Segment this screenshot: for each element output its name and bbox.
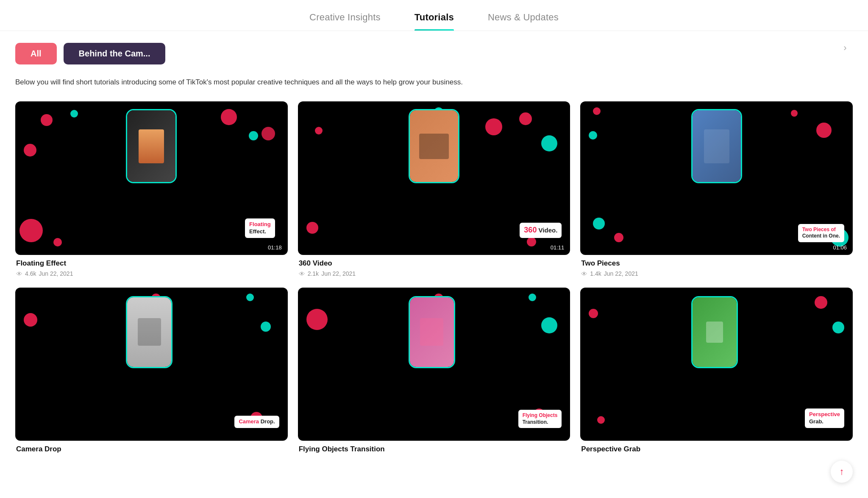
date-floating: Jun 22, 2021 bbox=[39, 270, 73, 277]
video-info-360-video: 360 Video 👁 2.1k Jun 22, 2021 bbox=[298, 255, 570, 277]
filter-behind-cam[interactable]: Behind the Cam... bbox=[64, 43, 166, 64]
video-thumbnail-perspective-grab: PerspectiveGrab. bbox=[580, 288, 853, 441]
tab-creative-insights[interactable]: Creative Insights bbox=[309, 12, 381, 31]
date-two-pieces: Jun 22, 2021 bbox=[604, 270, 638, 277]
duration-360-video: 01:11 bbox=[551, 244, 565, 251]
video-title-perspective-grab: Perspective Grab bbox=[581, 445, 852, 453]
views-floating: 4.6k bbox=[25, 270, 36, 277]
video-thumbnail-flying-objects: Flying ObjectsTransition. bbox=[298, 288, 570, 441]
views-two-pieces: 1.4k bbox=[590, 270, 601, 277]
video-info-two-pieces: Two Pieces 👁 1.4k Jun 22, 2021 bbox=[580, 255, 853, 277]
video-info-perspective-grab: Perspective Grab bbox=[580, 441, 853, 453]
duration-two-pieces: 01:06 bbox=[833, 244, 847, 251]
video-info-camera-drop: Camera Drop bbox=[15, 441, 288, 453]
date-360: Jun 22, 2021 bbox=[321, 270, 356, 277]
page-description: Below you will find short tutorials intr… bbox=[0, 64, 868, 93]
tab-news-updates[interactable]: News & Updates bbox=[488, 12, 559, 31]
scroll-top-button[interactable]: ↑ bbox=[831, 461, 853, 483]
scroll-top-icon: ↑ bbox=[840, 466, 844, 477]
video-grid: FloatingEffect. 01:18 Floating Effect 👁 … bbox=[0, 93, 868, 469]
duration-floating-effect: 01:18 bbox=[268, 244, 282, 251]
views-360: 2.1k bbox=[308, 270, 319, 277]
video-title-360-video: 360 Video bbox=[299, 259, 570, 268]
video-title-floating-effect: Floating Effect bbox=[16, 259, 287, 268]
video-meta-floating-effect: 👁 4.6k Jun 22, 2021 bbox=[16, 270, 287, 277]
video-title-two-pieces: Two Pieces bbox=[581, 259, 852, 268]
video-card-camera-drop[interactable]: Camera Drop. Camera Drop bbox=[15, 288, 288, 456]
filter-all[interactable]: All bbox=[15, 43, 57, 64]
filter-row: All Behind the Cam... › bbox=[0, 31, 868, 64]
video-card-flying-objects[interactable]: Flying ObjectsTransition. Flying Objects… bbox=[298, 288, 570, 456]
video-title-camera-drop: Camera Drop bbox=[16, 445, 287, 453]
video-thumbnail-floating-effect: FloatingEffect. 01:18 bbox=[15, 101, 288, 255]
video-card-360-video[interactable]: 360 Video. 01:11 360 Video 👁 2.1k Jun 22… bbox=[298, 101, 570, 277]
video-thumbnail-360-video: 360 Video. 01:11 bbox=[298, 101, 570, 255]
video-card-two-pieces[interactable]: Two Pieces ofContent in One. 01:06 Two P… bbox=[580, 101, 853, 277]
video-title-flying-objects: Flying Objects Transition bbox=[299, 445, 570, 453]
views-icon-floating: 👁 bbox=[16, 270, 22, 277]
views-icon-two-pieces: 👁 bbox=[581, 270, 587, 277]
video-info-floating-effect: Floating Effect 👁 4.6k Jun 22, 2021 bbox=[15, 255, 288, 277]
tab-tutorials[interactable]: Tutorials bbox=[415, 12, 454, 31]
video-info-flying-objects: Flying Objects Transition bbox=[298, 441, 570, 453]
video-card-perspective-grab[interactable]: PerspectiveGrab. Perspective Grab bbox=[580, 288, 853, 456]
video-thumbnail-camera-drop: Camera Drop. bbox=[15, 288, 288, 441]
video-meta-360-video: 👁 2.1k Jun 22, 2021 bbox=[299, 270, 570, 277]
nav-tabs: Creative Insights Tutorials News & Updat… bbox=[0, 0, 868, 31]
video-thumbnail-two-pieces: Two Pieces ofContent in One. 01:06 bbox=[580, 101, 853, 255]
video-card-floating-effect[interactable]: FloatingEffect. 01:18 Floating Effect 👁 … bbox=[15, 101, 288, 277]
video-meta-two-pieces: 👁 1.4k Jun 22, 2021 bbox=[581, 270, 852, 277]
filter-next-arrow[interactable]: › bbox=[837, 40, 853, 56]
views-icon-360: 👁 bbox=[299, 270, 305, 277]
